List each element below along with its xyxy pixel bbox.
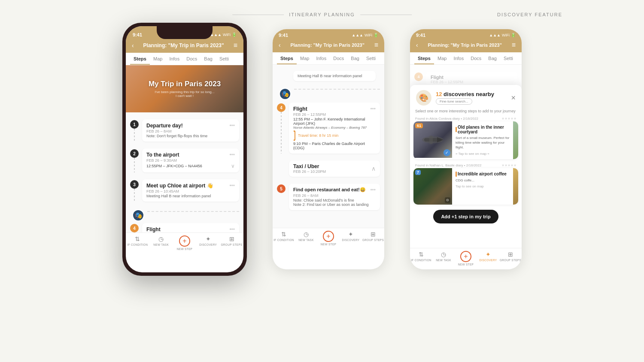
phone3-tb-condition-label: IF CONDITION	[411, 259, 431, 262]
card1-score: 61	[415, 123, 423, 128]
phone1-step1-number: 1	[130, 120, 139, 129]
card2-source: Found in Nathan L. Basile diary • 2/16/2…	[413, 163, 518, 168]
itinerary-planning-label: ITINERARY PLANNING	[289, 12, 355, 17]
card2-overlay: ⊙	[445, 197, 450, 203]
phone1-tab-infos[interactable]: Infos	[166, 53, 183, 65]
phone2-tb-discovery-label: DISCOVERY	[342, 238, 360, 241]
phone2-step-5: 5 Find open restaurant and eat!😄 ••• FEB…	[273, 180, 384, 214]
phone1-tb-task[interactable]: ◷ NEW TASK	[149, 235, 173, 250]
phone1-tab-setti[interactable]: Setti	[216, 53, 232, 65]
phone2-taxi-date: FEB 26 – 10:20PM	[293, 169, 326, 174]
phone2-tab-bag[interactable]: Bag	[347, 52, 363, 64]
phone2-tb-condition[interactable]: ⇅ IF CONDITION	[273, 231, 295, 246]
fine-tune-button[interactable]: Fine-tune search...	[436, 98, 472, 105]
phone3-tab-steps[interactable]: Steps	[414, 52, 434, 64]
phone1-tb-group[interactable]: ⊞ GROUP STEPS	[220, 235, 243, 250]
phone1-step3-date: FEB 26 – 10:45AM	[146, 189, 235, 193]
phone3-header: ‹ Planning: "My Trip in Paris 2023" ≡	[410, 39, 522, 52]
phone1-tb-discovery[interactable]: ✦ DISCOVERY	[196, 235, 220, 250]
phone1-tab-bag[interactable]: Bag	[200, 53, 216, 65]
discovery-card-2[interactable]: 7 ⊙ Incredible airport coffee CDG coffe.…	[413, 168, 518, 205]
card1-map-link[interactable]: » Tap to see on map «	[456, 152, 510, 156]
phone2-step4-arrival: 9:10 PM – Paris Charles de Gaulle Airpor…	[293, 142, 376, 150]
phone1-step2-menu[interactable]: •••	[229, 152, 235, 158]
discovery-close-btn[interactable]: ×	[511, 94, 516, 103]
page-container: ITINERARY PLANNING DISCOVERY FEATURE 9:4…	[0, 0, 644, 362]
phone2-tb-step-icon: +	[323, 231, 334, 242]
phone3-tab-map[interactable]: Map	[434, 52, 450, 64]
discovery-title: 12 discoveries nearby	[436, 91, 494, 97]
phone1-hero: My Trip in Paris 2023 I've been planning…	[126, 65, 243, 112]
phone2-tab-infos[interactable]: Infos	[313, 52, 330, 64]
phone2-step4-menu[interactable]: •••	[370, 106, 376, 112]
phone1-step2-date: FEB 26 – 9:30AM	[146, 158, 235, 163]
phone1-tb-group-label: GROUP STEPS	[221, 243, 243, 246]
phone3-menu-icon[interactable]: ≡	[512, 41, 516, 49]
phone1-step-4: 4 Flight ••• FEB 26 – 12:55PM 12:55 PM –…	[126, 220, 243, 232]
phone3-tb-task[interactable]: ◷ NEW TASK	[432, 251, 455, 266]
phone1-tb-condition[interactable]: ⇅ IF CONDITION	[126, 235, 149, 250]
phone2-step5-date: FEB 26 – 8AM	[293, 193, 376, 198]
phone2-step4-content: Flight ••• FEB 26 – 12:55PM 12:55 PM – J…	[289, 103, 380, 154]
phone2-taxi-row: Taxi / Uber FEB 26 – 10:20PM ∧	[273, 157, 384, 180]
card2-score: 7	[415, 170, 421, 175]
fine-tune-label: Fine-tune search...	[440, 100, 468, 103]
phone1-step2-expand[interactable]: ∨	[231, 163, 235, 169]
phone1-tab-map[interactable]: Map	[150, 53, 166, 65]
phone2-step4-title: Flight	[293, 106, 307, 112]
phone1-tb-step-label: NEW STEP	[177, 247, 192, 250]
phone3-tab-bag[interactable]: Bag	[485, 52, 500, 64]
phone2-tb-step[interactable]: + NEW STEP	[317, 231, 340, 246]
add-step-button[interactable]: Add +1 step in my trip	[433, 210, 498, 223]
phone2-tab-map[interactable]: Map	[297, 52, 313, 64]
phone3-tab-setti[interactable]: Setti	[500, 52, 516, 64]
phone3-tb-discovery[interactable]: ✦ DISCOVERY	[477, 251, 499, 266]
phone3-tab-docs[interactable]: Docs	[467, 52, 485, 64]
phone2-step5-menu[interactable]: •••	[370, 187, 376, 193]
phone1-step1-menu[interactable]: •••	[229, 123, 235, 129]
phone3-tb-group[interactable]: ⊞ GROUP STEPS	[499, 251, 522, 266]
phone2-taxi-title: Taxi / Uber	[293, 163, 326, 169]
phone1-step3-number: 3	[130, 180, 139, 189]
discovery-count: 12	[436, 91, 442, 97]
phone2-menu-icon[interactable]: ≡	[374, 41, 378, 49]
phone2-status-icons: ▲▲▲WiFi🔋	[352, 33, 378, 37]
phone2-taxi-collapse[interactable]: ∧	[371, 165, 376, 172]
phone1-menu-icon[interactable]: ≡	[234, 42, 237, 49]
phone1-step4-title: Flight	[146, 226, 161, 232]
phone2-tb-discovery[interactable]: ✦ DISCOVERY	[340, 231, 362, 246]
card2-title: Incredible airport coffee	[456, 172, 510, 177]
phone1-step3-menu[interactable]: •••	[229, 183, 235, 189]
phone1-toolbar: ⇅ IF CONDITION ◷ NEW TASK + NEW STEP ✦ D…	[126, 232, 243, 254]
phone1-avatar-row: 🎭	[130, 211, 239, 220]
phone2-tb-task-label: NEW TASK	[298, 238, 314, 241]
phone2-time: 9:41	[279, 33, 288, 38]
phone1-screen: 9:41 ▲▲▲WiFi🔋 ‹ Planning: "My Trip in Pa…	[126, 26, 243, 272]
phone1-step3-title: Meet up Chloe at airport 👋	[146, 183, 213, 189]
card2-map-link[interactable]: Tap to see on map	[456, 184, 510, 188]
phone1-step2-content: To the airport ••• FEB 26 – 9:30AM 12:55…	[142, 148, 239, 172]
phone1-tb-condition-icon: ⇅	[135, 235, 140, 242]
phone1-step4-menu[interactable]: •••	[229, 226, 235, 232]
phone2-tab-docs[interactable]: Docs	[330, 52, 347, 64]
phone1-step-2: 2 To the airport ••• FEB 26 – 9:30AM 12:…	[126, 145, 243, 176]
phone3-tb-step[interactable]: + NEW STEP	[455, 251, 477, 266]
phone1-tb-discovery-icon: ✦	[206, 235, 211, 242]
phone2-tab-setti[interactable]: Setti	[363, 52, 379, 64]
phone1-nav-tabs: Steps Map Infos Docs Bag Setti	[126, 53, 243, 65]
phone1-tab-docs[interactable]: Docs	[183, 53, 200, 65]
phone1-step1-content: Departure day! ••• FEB 26 – 8AM Note: Do…	[142, 119, 239, 142]
phone2-tb-group[interactable]: ⊞ GROUP STEPS	[362, 231, 384, 246]
phone1-step1-date: FEB 26 – 8AM	[146, 129, 235, 133]
phone2-tab-steps[interactable]: Steps	[277, 52, 297, 64]
phone1-tb-step[interactable]: + NEW STEP	[173, 235, 197, 250]
phone1-step1-note: Note: Don't forget flip-flops this time	[146, 134, 235, 138]
discovery-card-1[interactable]: 61 ✓ Old planes in the inner courtyard S…	[413, 121, 518, 159]
phone3-frame: 9:41 ▲▲▲WiFi🔋 ‹ Planning: "My Trip in Pa…	[410, 29, 522, 269]
phone3-tb-condition[interactable]: ⇅ IF CONDITION	[410, 251, 432, 266]
phone2-step4-travel: Travel time: 8 hr 15 min	[298, 133, 338, 138]
phone2-tb-task[interactable]: ◷ NEW TASK	[295, 231, 317, 246]
phone3-tb-task-label: NEW TASK	[436, 259, 451, 262]
phone3-tab-infos[interactable]: Infos	[450, 52, 467, 64]
phone1-tab-steps[interactable]: Steps	[130, 53, 150, 65]
